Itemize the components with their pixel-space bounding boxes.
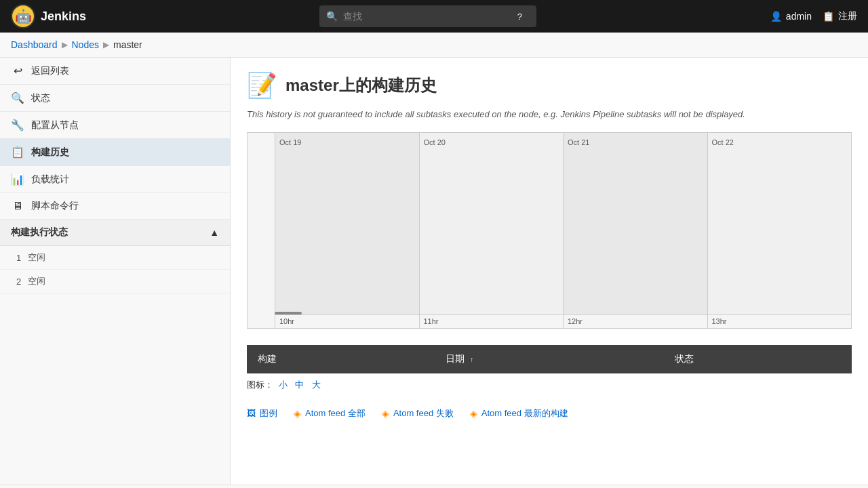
executor-list: 1 空闲2 空闲 <box>0 246 230 293</box>
sort-arrow-icon: ↑ <box>470 356 473 363</box>
user-area: 👤 admin 📋 注册 <box>770 10 857 22</box>
timeline-time-0: 10hr <box>275 315 419 328</box>
sidebar-nav: ↩返回列表🔍状态🔧配置从节点📋构建历史📊负载统计🖥脚本命令行 <box>0 58 230 220</box>
atom-latest-icon: ◈ <box>470 408 477 419</box>
back-to-list-icon: ↩ <box>11 64 24 77</box>
timeline-date-3: Oct 22 <box>712 138 734 146</box>
breadcrumb-nodes[interactable]: Nodes <box>72 39 99 50</box>
feed-atom-all-link[interactable]: ◈ Atom feed 全部 <box>294 407 366 420</box>
atom-fail-label: Atom feed 失败 <box>393 407 454 420</box>
icon-size-large[interactable]: 大 <box>312 380 321 390</box>
timeline-time-row: 10hr11hr12hr13hr <box>275 314 851 328</box>
executor-collapse-icon: ▲ <box>210 227 219 238</box>
timeline-date-2: Oct 21 <box>568 138 589 146</box>
legend-icon: 🖼 <box>247 408 256 418</box>
load-stats-icon: 📊 <box>11 173 24 186</box>
breadcrumb-sep-2: ▶ <box>103 40 109 49</box>
build-table: 构建 日期 ↑ 状态 <box>247 345 852 373</box>
feed-atom-latest-link[interactable]: ◈ Atom feed 最新的构建 <box>470 407 568 420</box>
search-icon: 🔍 <box>326 11 338 22</box>
sidebar-label-build-history: 构建历史 <box>31 146 69 159</box>
breadcrumb-sep-1: ▶ <box>62 40 68 49</box>
executor-section-header[interactable]: 构建执行状态 ▲ <box>0 220 230 246</box>
build-history-icon: 📋 <box>11 146 24 159</box>
app-footer: Jenkins 中文社区 REST API Jenkins 2.303.2 <box>0 485 868 488</box>
timeline-col-2: Oct 21 <box>563 133 707 314</box>
feed-area: 🖼 图例 ◈ Atom feed 全部 ◈ Atom feed 失败 ◈ Ato… <box>247 402 852 420</box>
sidebar-item-load-stats[interactable]: 📊负载统计 <box>0 166 230 193</box>
timeline-time-2: 12hr <box>563 315 707 328</box>
table-header-row: 构建 日期 ↑ 状态 <box>247 345 852 373</box>
executor-section-title: 构建执行状态 <box>11 226 68 239</box>
col-date[interactable]: 日期 ↑ <box>435 345 663 373</box>
app-name: Jenkins <box>41 9 86 24</box>
user-label: admin <box>786 11 812 22</box>
col-build: 构建 <box>247 345 435 373</box>
timeline-inner: Timeline © SIMILE Oct 19Oct 20Oct 21Oct … <box>248 133 851 328</box>
timeline-time-1: 11hr <box>419 315 564 328</box>
help-button[interactable]: ? <box>511 8 528 24</box>
atom-fail-icon: ◈ <box>382 408 389 419</box>
executor-number-2: 2 <box>16 277 21 287</box>
col-status: 状态 <box>664 345 852 373</box>
notice-text: This history is not guaranteed to includ… <box>247 108 852 121</box>
timeline-container: Timeline © SIMILE Oct 19Oct 20Oct 21Oct … <box>247 132 852 329</box>
timeline-date-1: Oct 20 <box>424 138 446 146</box>
breadcrumb: Dashboard ▶ Nodes ▶ master <box>0 33 868 58</box>
page-layout: ↩返回列表🔍状态🔧配置从节点📋构建历史📊负载统计🖥脚本命令行 构建执行状态 ▲ … <box>0 58 868 485</box>
main-content: 📝 master上的构建历史 This history is not guara… <box>231 58 868 485</box>
timeline-scrollbar[interactable] <box>275 312 302 314</box>
sidebar-label-load-stats: 负载统计 <box>31 174 69 186</box>
user-link[interactable]: 👤 admin <box>770 11 812 22</box>
search-input[interactable] <box>343 11 506 22</box>
feed-atom-fail-link[interactable]: ◈ Atom feed 失败 <box>382 407 454 420</box>
sidebar-label-script-console: 脚本命令行 <box>31 200 79 212</box>
sidebar-item-build-history[interactable]: 📋构建历史 <box>0 139 230 166</box>
col-date-label: 日期 <box>446 353 465 364</box>
search-wrapper: 🔍 ? <box>319 5 536 27</box>
config-node-icon: 🔧 <box>11 119 24 131</box>
page-icon: 📝 <box>247 71 277 100</box>
icon-size-medium[interactable]: 中 <box>295 380 304 390</box>
sidebar-label-config-node: 配置从节点 <box>31 119 79 131</box>
sidebar-label-back-to-list: 返回列表 <box>31 65 69 77</box>
app-header: 🤖 Jenkins 🔍 ? 👤 admin 📋 注册 <box>0 0 868 33</box>
page-title-area: 📝 master上的构建历史 <box>247 71 852 100</box>
executor-number-1: 1 <box>16 253 21 263</box>
executor-label-2: 空闲 <box>28 275 45 287</box>
register-icon: 📋 <box>823 11 834 22</box>
icon-size-small[interactable]: 小 <box>279 380 288 390</box>
breadcrumb-current: master <box>113 39 142 50</box>
jenkins-logo: 🤖 <box>11 4 35 28</box>
register-link[interactable]: 📋 注册 <box>823 10 857 22</box>
timeline-date-0: Oct 19 <box>279 138 301 146</box>
timeline-col-1: Oct 20 <box>419 133 564 314</box>
feed-legend-link[interactable]: 🖼 图例 <box>247 407 277 420</box>
executor-item-2: 2 空闲 <box>0 270 230 293</box>
status-icon: 🔍 <box>11 92 24 104</box>
atom-latest-label: Atom feed 最新的构建 <box>481 407 568 420</box>
timeline-time-3: 13hr <box>707 315 852 328</box>
executor-label-1: 空闲 <box>28 251 45 264</box>
user-icon: 👤 <box>770 11 782 22</box>
register-label: 注册 <box>838 10 857 22</box>
sidebar-item-status[interactable]: 🔍状态 <box>0 85 230 112</box>
sidebar-item-config-node[interactable]: 🔧配置从节点 <box>0 112 230 139</box>
logo-area: 🤖 Jenkins <box>11 4 86 28</box>
timeline-col-0: Oct 19 <box>275 133 419 314</box>
atom-all-icon: ◈ <box>294 408 301 419</box>
sidebar-item-back-to-list[interactable]: ↩返回列表 <box>0 58 230 85</box>
search-area: 🔍 ? <box>94 5 762 27</box>
breadcrumb-dashboard[interactable]: Dashboard <box>11 39 58 50</box>
timeline-col-3: Oct 22 <box>707 133 852 314</box>
sidebar-item-script-console[interactable]: 🖥脚本命令行 <box>0 193 230 220</box>
page-title: master上的构建历史 <box>285 75 437 96</box>
sidebar: ↩返回列表🔍状态🔧配置从节点📋构建历史📊负载统计🖥脚本命令行 构建执行状态 ▲ … <box>0 58 231 485</box>
icon-size-label: 图标： <box>247 380 273 390</box>
sidebar-label-status: 状态 <box>31 92 50 104</box>
icon-size-area: 图标： 小 中 大 <box>247 379 852 391</box>
timeline-grid: Oct 19Oct 20Oct 21Oct 22 <box>275 133 851 314</box>
legend-label: 图例 <box>260 407 277 420</box>
script-console-icon: 🖥 <box>11 200 24 212</box>
atom-all-label: Atom feed 全部 <box>305 407 366 420</box>
